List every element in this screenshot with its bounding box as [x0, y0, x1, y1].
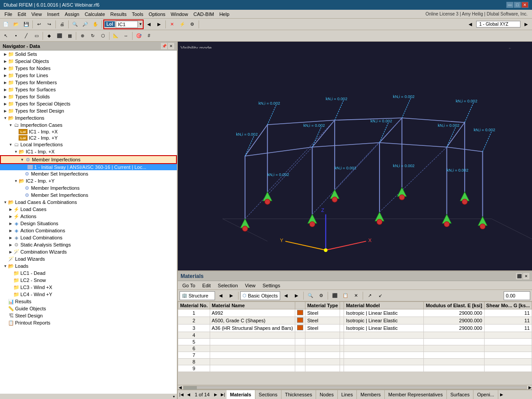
menu-insert[interactable]: Insert [44, 11, 62, 18]
tree-lc3-wind-x[interactable]: 📁 LC3 - Wind +X [0, 284, 177, 291]
tree-member-set-imperfections[interactable]: ⚙ Member Set Imperfections [0, 170, 177, 177]
tree-ic1[interactable]: LoI IC1 - Imp. +X [0, 129, 177, 135]
tab-lines[interactable]: Lines [338, 390, 357, 399]
tree-ic2-impy[interactable]: ▼ 📂 IC2 - Imp. +Y [0, 177, 177, 184]
tree-load-combinations[interactable]: ▶ ◈ Load Combinations [0, 234, 177, 241]
tree-ic1-impx[interactable]: ▼ 📂 IC1 - Imp. +X [0, 148, 177, 155]
close-button[interactable]: ✕ [521, 2, 528, 8]
open-button[interactable]: 📂 [11, 20, 21, 29]
tree-types-special[interactable]: ▶ 📁 Types for Special Objects [0, 100, 177, 107]
tree-types-solids[interactable]: ▶ 📁 Types for Solids [0, 93, 177, 100]
tree-lc4-wind-y[interactable]: 📁 LC4 - Wind +Y [0, 291, 177, 298]
point-button[interactable]: • [11, 31, 21, 41]
nav-close-button[interactable]: ✕ [168, 43, 174, 49]
tab-thicknesses[interactable]: Thicknesses [282, 390, 316, 399]
menu-cadbim[interactable]: CAD-BIM [191, 11, 216, 18]
tree-imperfection-cases[interactable]: ▼ 🗂 Imperfection Cases [0, 121, 177, 129]
play-left-button[interactable]: ◀ [144, 20, 154, 29]
tree-loads[interactable]: ▼ 📂 Loads [0, 262, 177, 270]
bottom-scrollbar[interactable]: ◀ ▶ [178, 385, 532, 389]
tree-guide-objects[interactable]: 📏 Guide Objects [0, 305, 177, 312]
new-button[interactable]: 📄 [1, 20, 11, 29]
tree-types-steel[interactable]: ▶ 📁 Types for Steel Design [0, 107, 177, 114]
materials-menu-goto[interactable]: Go To [180, 282, 198, 289]
table-row[interactable]: 7 [178, 352, 532, 359]
table-row[interactable]: 5 [178, 339, 532, 345]
materials-menu-selection[interactable]: Selection [215, 282, 240, 289]
run-button[interactable]: ⚡ [177, 20, 187, 29]
struct-next-button[interactable]: ▶ [227, 291, 236, 301]
tree-actions[interactable]: ▶ ⚡ Actions [0, 213, 177, 220]
view-combo[interactable]: 1 - Global XYZ [476, 21, 520, 27]
imperfection-combo[interactable]: IC1 [116, 21, 138, 28]
rect-button[interactable]: ▭ [31, 31, 41, 41]
nav-pin-button[interactable]: 📌 [161, 43, 167, 49]
tree-types-surfaces[interactable]: ▶ 📁 Types for Surfaces [0, 86, 177, 93]
menu-results[interactable]: Results [108, 11, 129, 18]
struct-prev-button[interactable]: ◀ [216, 291, 226, 301]
tree-local-imperfections[interactable]: ▼ 🗂 Local Imperfections [0, 141, 177, 148]
tree-ic2[interactable]: LoI IC2 - Imp. +Y [0, 135, 177, 141]
move-button[interactable]: ⊕ [78, 31, 87, 41]
line-button[interactable]: ╱ [21, 31, 31, 41]
tab-surfaces[interactable]: Surfaces [447, 390, 473, 399]
tree-action-combinations[interactable]: ▶ ◈ Action Combinations [0, 227, 177, 234]
table-row[interactable]: 6 [178, 345, 532, 352]
grid-button[interactable]: # [144, 31, 154, 41]
minimize-button[interactable]: — [506, 2, 513, 8]
filter-button[interactable]: 🔍 [305, 291, 315, 301]
tab-openings[interactable]: Openi... [473, 390, 498, 399]
tree-results[interactable]: 📊 Results [0, 298, 177, 305]
tab-last-button[interactable]: ▶| [219, 390, 227, 399]
imperfection-combo-group[interactable]: LoI IC1 ▼ [103, 20, 144, 29]
export-button[interactable]: ↗ [365, 291, 375, 301]
tab-members[interactable]: Members [357, 390, 385, 399]
nav-scroll-down-button[interactable]: ▼ [172, 394, 176, 399]
tab-prev-button[interactable]: ◀ [185, 390, 192, 399]
tab-first-button[interactable]: |◀ [178, 390, 185, 399]
save-button[interactable]: 💾 [21, 20, 31, 29]
basic-objects-combo[interactable]: ⬡ Basic Objects [240, 291, 280, 300]
menu-edit[interactable]: Edit [15, 11, 29, 18]
panel-close-button[interactable]: ✕ [523, 273, 529, 279]
tree-load-cases[interactable]: ▶ ⚡ Load Cases [0, 206, 177, 213]
member-button[interactable]: ⬛ [55, 31, 64, 41]
tree-member-imperfections[interactable]: ▼ ⚙ Member Imperfections [0, 155, 177, 164]
measure-button[interactable]: 📐 [111, 31, 121, 41]
pan-button[interactable]: ✋ [90, 20, 100, 29]
stop-button[interactable]: ✕ [167, 20, 177, 29]
structure-combo[interactable]: 🏢 Structure [180, 291, 215, 300]
tree-load-wizards[interactable]: 🪄 Load Wizards [0, 255, 177, 262]
redo-button[interactable]: ↪ [44, 20, 54, 29]
menu-file[interactable]: File [2, 11, 15, 18]
menu-window[interactable]: Window [168, 11, 191, 18]
rotate-button[interactable]: ↻ [88, 31, 98, 41]
basic-prev-button[interactable]: ◀ [281, 291, 291, 301]
import-button[interactable]: ↙ [376, 291, 385, 301]
tree-combination-wizards[interactable]: ▶ 🪄 Combination Wizards [0, 248, 177, 255]
combo-dropdown-arrow[interactable]: ▼ [139, 22, 142, 26]
snap-button[interactable]: 🎯 [134, 31, 144, 41]
viewport-3d[interactable]: Visibility mode IC1 - Imp. +X Imperfecti… [178, 42, 532, 270]
menu-view[interactable]: View [29, 11, 45, 18]
materials-menu-edit[interactable]: Edit [200, 282, 213, 289]
delete-button[interactable]: ✕ [351, 291, 361, 301]
zoom-in-button[interactable]: 🔍 [70, 20, 80, 29]
tree-lc1-dead[interactable]: 📁 LC1 - Dead [0, 270, 177, 277]
tree-member-imperfections-2[interactable]: ⚙ Member Imperfections [0, 184, 177, 192]
basic-next-button[interactable]: ▶ [292, 291, 301, 301]
mirror-button[interactable]: ⬡ [98, 31, 108, 41]
tree-member-set-imperfections-2[interactable]: ⚙ Member Set Imperfections [0, 192, 177, 199]
tab-nodes[interactable]: Nodes [316, 390, 338, 399]
view-next-button[interactable]: ▶ [521, 20, 531, 29]
table-row[interactable]: 2 A500, Grade C (Shapes) Steel Isotropic… [178, 317, 532, 325]
view-prev-button[interactable]: ◀ [466, 20, 475, 29]
menu-assign[interactable]: Assign [62, 11, 82, 18]
tab-next-button[interactable]: ▶ [212, 390, 219, 399]
tab-scroll-right[interactable]: ▶ [498, 390, 505, 399]
menu-options[interactable]: Options [146, 11, 168, 18]
select-button[interactable]: ↖ [1, 31, 11, 41]
table-row[interactable]: 4 [178, 332, 532, 339]
table-row[interactable]: 3 A36 (HR Structural Shapes and Bars) St… [178, 325, 532, 332]
scroll-right-button[interactable]: ▶ [528, 385, 532, 390]
